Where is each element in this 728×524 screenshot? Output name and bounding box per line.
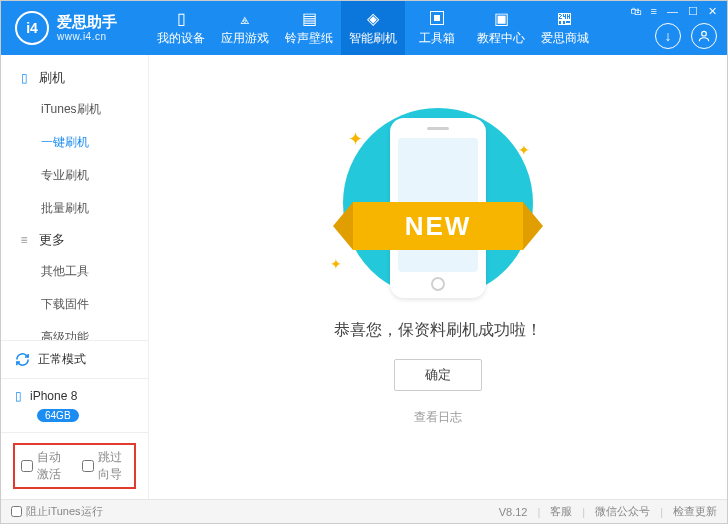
success-message: 恭喜您，保资料刷机成功啦！ [334, 320, 542, 341]
sidebar-group-more: ≡ 更多 [1, 225, 148, 255]
auto-activate-checkbox[interactable]: 自动激活 [21, 449, 68, 483]
sidebar-group-flash: ▯ 刷机 [1, 63, 148, 93]
close-button[interactable]: ✕ [708, 5, 717, 18]
wallpaper-icon: ▤ [300, 10, 318, 28]
sparkle-icon: ✦ [330, 256, 342, 272]
more-icon: ≡ [17, 233, 31, 247]
device-status: 正常模式 [1, 340, 148, 378]
user-button[interactable] [691, 23, 717, 49]
menu-icon[interactable]: ≡ [651, 5, 657, 18]
nav-my-device[interactable]: ▯ 我的设备 [149, 1, 213, 55]
apps-icon: ⟁ [236, 10, 254, 28]
logo-text: 爱思助手 www.i4.cn [57, 14, 117, 42]
check-update-link[interactable]: 检查更新 [673, 504, 717, 519]
view-log-link[interactable]: 查看日志 [414, 409, 462, 426]
phone-icon: ▯ [172, 10, 190, 28]
wechat-link[interactable]: 微信公众号 [595, 504, 650, 519]
sidebar-item-other-tools[interactable]: 其他工具 [1, 255, 148, 288]
version-label: V8.12 [499, 506, 528, 518]
cart-icon[interactable]: 🛍︎ [630, 5, 641, 18]
storage-badge: 64GB [37, 409, 79, 422]
nav-apps[interactable]: ⟁ 应用游戏 [213, 1, 277, 55]
sparkle-icon: ✦ [518, 142, 530, 158]
user-icon [697, 29, 711, 43]
app-body: ▯ 刷机 iTunes刷机 一键刷机 专业刷机 批量刷机 ≡ 更多 其他工具 下… [1, 55, 727, 499]
logo-icon: i4 [15, 11, 49, 45]
tutorial-icon: ▣ [492, 10, 510, 28]
app-header: i4 爱思助手 www.i4.cn ▯ 我的设备 ⟁ 应用游戏 ▤ 铃声壁纸 ◈… [1, 1, 727, 55]
new-ribbon: NEW [318, 198, 558, 254]
toolbox-icon: 🞕 [428, 10, 446, 28]
store-icon: 🏪︎ [556, 10, 574, 28]
sidebar-options: 自动激活 跳过向导 [1, 432, 148, 499]
top-nav: ▯ 我的设备 ⟁ 应用游戏 ▤ 铃声壁纸 ◈ 智能刷机 🞕 工具箱 ▣ 教程中心… [149, 1, 630, 55]
sidebar-item-oneclick-flash[interactable]: 一键刷机 [1, 126, 148, 159]
sidebar-item-batch-flash[interactable]: 批量刷机 [1, 192, 148, 225]
sidebar-item-download-firmware[interactable]: 下载固件 [1, 288, 148, 321]
minimize-button[interactable]: — [667, 5, 678, 18]
sidebar-item-itunes-flash[interactable]: iTunes刷机 [1, 93, 148, 126]
nav-tutorials[interactable]: ▣ 教程中心 [469, 1, 533, 55]
maximize-button[interactable]: ☐ [688, 5, 698, 18]
sidebar-item-advanced[interactable]: 高级功能 [1, 321, 148, 340]
main-content: ✦ ✦ ✦ NEW 恭喜您，保资料刷机成功啦！ 确定 查看日志 [149, 55, 727, 499]
phone-outline-icon: ▯ [17, 71, 31, 85]
sidebar-item-pro-flash[interactable]: 专业刷机 [1, 159, 148, 192]
support-link[interactable]: 客服 [550, 504, 572, 519]
refresh-icon [15, 352, 30, 367]
nav-ringtones[interactable]: ▤ 铃声壁纸 [277, 1, 341, 55]
flash-icon: ◈ [364, 10, 382, 28]
status-bar: 阻止iTunes运行 V8.12 | 客服 | 微信公众号 | 检查更新 [1, 499, 727, 523]
svg-point-0 [702, 31, 707, 36]
logo-block: i4 爱思助手 www.i4.cn [1, 1, 149, 55]
confirm-button[interactable]: 确定 [394, 359, 482, 391]
skip-wizard-checkbox[interactable]: 跳过向导 [82, 449, 129, 483]
device-info: ▯ iPhone 8 64GB [1, 378, 148, 432]
app-url: www.i4.cn [57, 31, 117, 42]
nav-store[interactable]: 🏪︎ 爱思商城 [533, 1, 597, 55]
block-itunes-checkbox[interactable]: 阻止iTunes运行 [11, 504, 103, 519]
header-right: 🛍︎ ≡ — ☐ ✕ ↓ [630, 1, 727, 55]
sparkle-icon: ✦ [348, 128, 363, 150]
highlighted-options: 自动激活 跳过向导 [13, 443, 136, 489]
nav-toolbox[interactable]: 🞕 工具箱 [405, 1, 469, 55]
success-illustration: ✦ ✦ ✦ NEW [328, 108, 548, 298]
nav-flash[interactable]: ◈ 智能刷机 [341, 1, 405, 55]
device-icon: ▯ [15, 389, 22, 403]
app-name: 爱思助手 [57, 14, 117, 31]
window-controls: 🛍︎ ≡ — ☐ ✕ [630, 5, 717, 18]
sidebar: ▯ 刷机 iTunes刷机 一键刷机 专业刷机 批量刷机 ≡ 更多 其他工具 下… [1, 55, 149, 499]
device-name: iPhone 8 [30, 389, 77, 403]
download-button[interactable]: ↓ [655, 23, 681, 49]
